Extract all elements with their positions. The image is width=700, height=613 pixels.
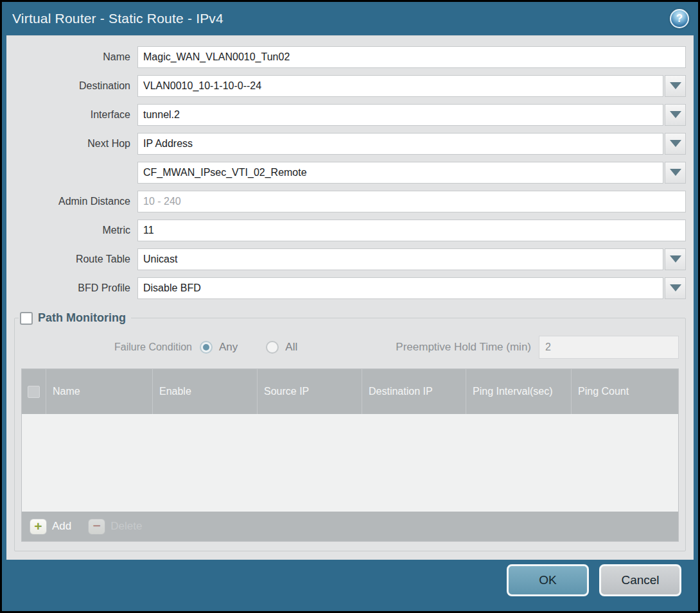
route-table-input[interactable] bbox=[137, 248, 663, 270]
admin-distance-label: Admin Distance bbox=[14, 196, 137, 207]
question-mark-icon: ? bbox=[676, 12, 683, 25]
bfd-profile-dropdown bbox=[137, 277, 686, 299]
next-hop-row: Next Hop bbox=[14, 129, 686, 158]
cancel-button[interactable]: Cancel bbox=[599, 564, 681, 596]
dialog-title: Virtual Router - Static Route - IPv4 bbox=[12, 11, 670, 26]
interface-row: Interface bbox=[14, 100, 686, 129]
chevron-down-icon bbox=[670, 284, 681, 291]
path-monitoring-title: Path Monitoring bbox=[38, 311, 126, 325]
chevron-down-icon bbox=[670, 255, 681, 263]
destination-input[interactable] bbox=[137, 75, 663, 97]
next-hop-address-dropdown bbox=[137, 162, 686, 184]
select-all-checkbox[interactable] bbox=[28, 386, 40, 398]
path-monitoring-legend: Path Monitoring bbox=[19, 311, 131, 325]
column-header-name[interactable]: Name bbox=[46, 369, 153, 414]
route-table-dropdown-button[interactable] bbox=[665, 248, 686, 270]
next-hop-dropdown-button[interactable] bbox=[665, 133, 686, 155]
metric-row: Metric bbox=[14, 216, 686, 245]
metric-input[interactable] bbox=[137, 220, 686, 241]
table-header: Name Enable Source IP Destination IP Pin… bbox=[22, 369, 678, 414]
bfd-profile-label: BFD Profile bbox=[14, 282, 137, 294]
preemptive-hold-time-input[interactable] bbox=[539, 336, 679, 359]
chevron-down-icon bbox=[670, 111, 681, 118]
interface-dropdown bbox=[137, 104, 686, 126]
plus-icon: + bbox=[30, 519, 47, 535]
column-header-source-ip[interactable]: Source IP bbox=[258, 369, 362, 414]
bfd-profile-row: BFD Profile bbox=[14, 273, 686, 302]
next-hop-dropdown bbox=[137, 133, 686, 155]
failure-condition-row: Failure Condition Any All Preemptive Hol… bbox=[21, 332, 679, 362]
chevron-down-icon bbox=[670, 140, 681, 147]
name-row: Name bbox=[14, 42, 686, 71]
failure-condition-all-option[interactable]: All bbox=[266, 341, 297, 354]
radio-any-label: Any bbox=[219, 341, 238, 354]
next-hop-input[interactable] bbox=[137, 133, 663, 155]
dialog-window: Virtual Router - Static Route - IPv4 ? N… bbox=[0, 0, 700, 613]
path-monitoring-checkbox[interactable] bbox=[20, 312, 33, 325]
column-header-destination-ip[interactable]: Destination IP bbox=[362, 369, 466, 414]
route-table-row: Route Table bbox=[14, 245, 686, 273]
chevron-down-icon bbox=[670, 82, 681, 89]
admin-distance-row: Admin Distance bbox=[14, 187, 686, 216]
add-button-label: Add bbox=[52, 520, 71, 533]
minus-icon: − bbox=[88, 519, 105, 535]
dialog-footer: OK Cancel bbox=[2, 560, 698, 611]
next-hop-address-dropdown-button[interactable] bbox=[665, 162, 686, 184]
interface-dropdown-button[interactable] bbox=[665, 104, 686, 126]
destination-dropdown-button[interactable] bbox=[665, 75, 686, 97]
add-button[interactable]: + Add bbox=[30, 519, 71, 535]
select-all-cell bbox=[22, 369, 46, 414]
dialog-titlebar: Virtual Router - Static Route - IPv4 ? bbox=[2, 2, 698, 35]
bfd-profile-dropdown-button[interactable] bbox=[665, 277, 686, 299]
column-header-enable[interactable]: Enable bbox=[153, 369, 258, 414]
help-button[interactable]: ? bbox=[670, 9, 689, 28]
radio-all-icon bbox=[266, 341, 279, 354]
radio-any-icon bbox=[200, 341, 213, 354]
interface-label: Interface bbox=[14, 109, 137, 121]
next-hop-label: Next Hop bbox=[14, 138, 137, 150]
destination-row: Destination bbox=[14, 71, 686, 100]
table-toolbar: + Add − Delete bbox=[22, 512, 678, 541]
route-table-dropdown bbox=[137, 248, 686, 270]
failure-condition-any-option[interactable]: Any bbox=[200, 341, 238, 354]
radio-all-label: All bbox=[285, 341, 297, 354]
delete-button[interactable]: − Delete bbox=[88, 519, 142, 535]
path-monitoring-section: Path Monitoring Failure Condition Any Al… bbox=[14, 311, 686, 551]
next-hop-address-input[interactable] bbox=[137, 162, 663, 184]
metric-label: Metric bbox=[14, 225, 137, 236]
bfd-profile-input[interactable] bbox=[137, 277, 663, 299]
delete-button-label: Delete bbox=[110, 520, 142, 533]
name-input[interactable] bbox=[137, 46, 686, 68]
admin-distance-input[interactable] bbox=[137, 191, 686, 212]
failure-condition-label: Failure Condition bbox=[21, 341, 200, 353]
route-table-label: Route Table bbox=[14, 254, 137, 265]
path-monitoring-table: Name Enable Source IP Destination IP Pin… bbox=[21, 368, 679, 542]
interface-input[interactable] bbox=[137, 104, 663, 126]
preemptive-hold-time-label: Preemptive Hold Time (min) bbox=[396, 341, 539, 354]
failure-condition-options: Any All bbox=[200, 341, 319, 354]
table-body-empty bbox=[22, 414, 678, 512]
destination-dropdown bbox=[137, 75, 686, 97]
chevron-down-icon bbox=[670, 169, 681, 176]
dialog-body: Name Destination Interface bbox=[6, 35, 694, 560]
column-header-ping-interval[interactable]: Ping Interval(sec) bbox=[466, 369, 572, 414]
column-header-ping-count[interactable]: Ping Count bbox=[572, 369, 678, 414]
name-label: Name bbox=[14, 51, 137, 63]
destination-label: Destination bbox=[14, 80, 137, 92]
next-hop-address-row bbox=[14, 158, 686, 187]
ok-button[interactable]: OK bbox=[507, 564, 589, 596]
